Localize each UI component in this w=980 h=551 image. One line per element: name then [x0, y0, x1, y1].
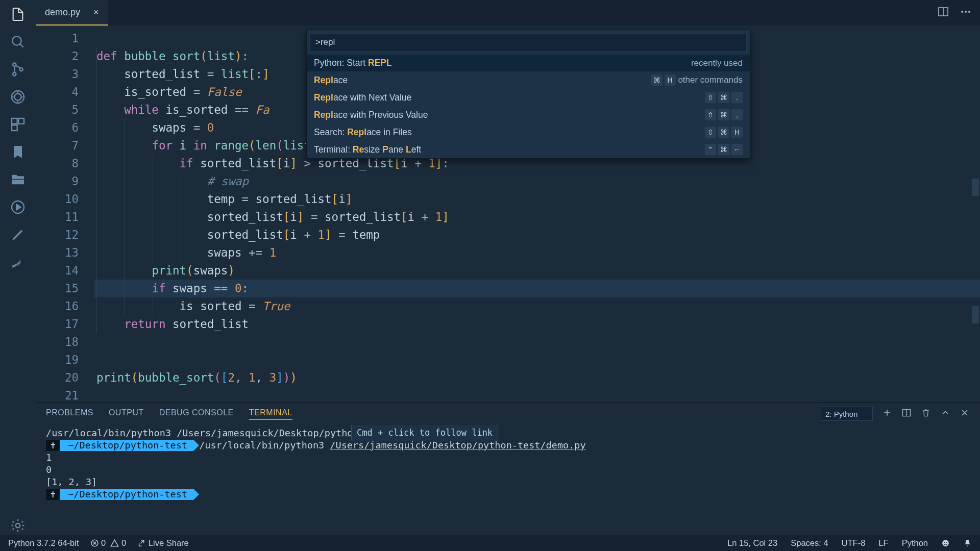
explorer-icon[interactable] — [9, 5, 27, 23]
svg-point-27 — [944, 542, 945, 543]
svg-point-0 — [12, 36, 21, 45]
svg-point-15 — [965, 11, 967, 13]
split-editor-icon[interactable] — [937, 6, 949, 20]
problems-status[interactable]: 0 0 — [90, 538, 127, 548]
svg-point-6 — [14, 93, 21, 100]
svg-point-11 — [16, 523, 20, 528]
bottom-panel: PROBLEMSOUTPUTDEBUG CONSOLETERMINAL 2: P… — [36, 402, 980, 535]
svg-line-1 — [20, 44, 23, 47]
maximize-panel-icon[interactable] — [940, 408, 950, 420]
source-control-icon[interactable] — [9, 60, 27, 79]
svg-rect-7 — [12, 118, 17, 124]
svg-point-26 — [942, 540, 949, 546]
svg-rect-8 — [18, 118, 24, 124]
command-palette: Python: Start REPL recently usedReplace⌘… — [306, 30, 750, 159]
bookmark-icon[interactable] — [9, 143, 27, 161]
line-number-gutter: 123456789101112131415161718192021 — [36, 30, 94, 402]
svg-point-28 — [946, 542, 947, 543]
more-actions-icon[interactable] — [960, 6, 972, 20]
command-palette-item[interactable]: Search: Replace in Files⇧⌘H — [307, 123, 750, 141]
prompt-path: ~/Desktop/python-test — [60, 440, 193, 451]
panel-tab-output[interactable]: OUTPUT — [109, 408, 144, 419]
terminal-output[interactable]: /usr/local/bin/python3 /Users/jamesquick… — [36, 425, 980, 535]
command-palette-item[interactable]: Replace with Next Value⇧⌘. — [307, 89, 750, 106]
command-palette-item[interactable]: Replace⌘H other commands — [307, 71, 750, 89]
notifications-icon[interactable] — [963, 538, 972, 548]
prompt-segment: ✝ — [46, 489, 60, 500]
close-tab-icon[interactable]: × — [93, 7, 99, 18]
eol-status[interactable]: LF — [878, 538, 888, 548]
extensions-icon[interactable] — [9, 115, 27, 134]
cursor-position-status[interactable]: Ln 15, Col 23 — [727, 538, 777, 548]
feedback-icon[interactable] — [941, 538, 950, 548]
svg-rect-9 — [12, 125, 17, 131]
terminal-selector[interactable]: 2: Python — [821, 407, 873, 421]
debug-icon[interactable] — [9, 88, 27, 106]
command-palette-input[interactable] — [310, 33, 747, 52]
python-env-status[interactable]: Python 3.7.2 64-bit — [8, 538, 79, 548]
kill-terminal-icon[interactable] — [921, 408, 931, 420]
live-share-status[interactable]: Live Share — [137, 538, 188, 548]
prompt-segment: ✝ — [46, 440, 60, 451]
tab-bar: demo.py × — [36, 0, 980, 26]
command-palette-item[interactable]: Replace with Previous Value⇧⌘, — [307, 106, 750, 123]
wing-icon[interactable] — [9, 253, 27, 271]
command-palette-item[interactable]: Python: Start REPL recently used — [307, 55, 750, 71]
editor-tab-demo[interactable]: demo.py × — [36, 0, 108, 26]
prompt-path: ~/Desktop/python-test — [60, 489, 193, 500]
search-icon[interactable] — [9, 33, 27, 51]
svg-point-16 — [968, 11, 970, 13]
run-icon[interactable] — [9, 198, 27, 216]
status-bar: Python 3.7.2 64-bit 0 0 Live Share Ln 15… — [0, 535, 980, 551]
minimap[interactable] — [970, 26, 980, 402]
svg-point-14 — [961, 11, 963, 13]
terminal-link[interactable]: /Users/jamesquick/Desktop/python-test/de… — [330, 440, 585, 450]
svg-point-3 — [13, 72, 16, 76]
editor[interactable]: 123456789101112131415161718192021 def bu… — [36, 26, 980, 402]
new-terminal-icon[interactable] — [882, 408, 892, 420]
close-panel-icon[interactable] — [960, 408, 970, 420]
encoding-status[interactable]: UTF-8 — [842, 538, 866, 548]
link-tooltip: Cmd + click to follow link — [351, 425, 498, 441]
terminal-text: /usr/local/bin/python3 — [46, 428, 177, 438]
tab-title: demo.py — [45, 7, 80, 18]
panel-tab-debug-console[interactable]: DEBUG CONSOLE — [159, 408, 234, 419]
panel-tab-terminal[interactable]: TERMINAL — [249, 408, 292, 420]
folder-icon[interactable] — [9, 170, 27, 189]
panel-tab-problems[interactable]: PROBLEMS — [46, 408, 93, 419]
activity-bar — [0, 0, 36, 535]
indentation-status[interactable]: Spaces: 4 — [791, 538, 828, 548]
language-mode-status[interactable]: Python — [902, 538, 928, 548]
command-palette-item[interactable]: Terminal: Resize Pane Left⌃⌘← — [307, 141, 750, 158]
split-terminal-icon[interactable] — [901, 408, 912, 420]
settings-gear-icon[interactable] — [9, 516, 27, 535]
edit-icon[interactable] — [9, 226, 27, 244]
